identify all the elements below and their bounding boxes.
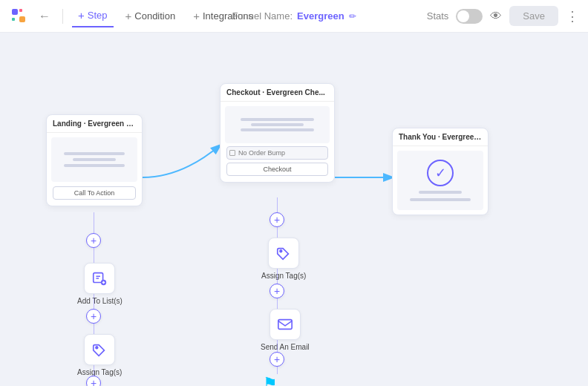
svg-rect-2 <box>12 18 15 21</box>
edit-funnel-name-icon[interactable]: ✏ <box>349 11 356 22</box>
checkout-line-2 <box>251 123 304 126</box>
landing-connector-line-3 <box>94 294 94 309</box>
landing-add-list-node[interactable]: Add To List(s) <box>77 263 122 305</box>
checkout-node-title: Checkout · Evergreen Che... <box>220 84 334 102</box>
checkout-assign-tag-label: Assign Tag(s) <box>261 272 306 280</box>
checkout-connector-line-1 <box>277 197 278 212</box>
landing-connector-line-1 <box>94 212 94 233</box>
preview-line-3 <box>64 164 124 167</box>
email-icon-box <box>270 309 301 340</box>
landing-plus-2[interactable]: + <box>86 309 101 324</box>
landing-assign-tag-label: Assign Tag(s) <box>77 368 122 376</box>
stats-toggle[interactable] <box>456 9 483 24</box>
checkout-assign-tag-node[interactable]: Assign Tag(s) <box>261 238 306 280</box>
checkout-line-3 <box>241 128 314 131</box>
landing-cta-button[interactable]: Call To Action <box>53 186 136 200</box>
funnel-name-value: Evergreen <box>297 10 344 22</box>
add-list-label: Add To List(s) <box>77 297 122 305</box>
checkout-connector-line-3 <box>277 269 278 284</box>
landing-plus-3[interactable]: + <box>86 376 101 386</box>
checkout-plus-3[interactable]: + <box>270 352 284 367</box>
checkout-node[interactable]: Checkout · Evergreen Che... No Order Bum… <box>220 83 335 183</box>
preview-button[interactable]: 👁 <box>490 10 502 23</box>
checkout-cta-button[interactable]: Checkout <box>226 163 328 176</box>
checkout-send-email-node[interactable]: Send An Email <box>261 309 310 351</box>
landing-plus-1[interactable]: + <box>86 233 101 248</box>
nav-divider <box>62 9 63 24</box>
app-logo <box>9 6 30 27</box>
toggle-knob <box>457 10 469 22</box>
thankyou-node[interactable]: Thank You · Evergreen Tha... ✓ <box>392 128 489 215</box>
add-list-icon-box <box>84 263 115 294</box>
checkout-exit-node[interactable]: ⚑ Exit <box>263 374 278 386</box>
step-label: Step <box>88 10 108 21</box>
condition-label: Condition <box>134 10 175 22</box>
step-plus-icon: + <box>78 9 85 22</box>
check-circle-icon: ✓ <box>427 160 454 186</box>
checkout-tag-icon-box <box>268 238 299 269</box>
checkout-plus-2[interactable]: + <box>270 284 284 298</box>
stats-label: Stats <box>427 10 449 22</box>
thankyou-line-2 <box>410 198 470 201</box>
bump-checkbox <box>229 150 235 156</box>
funnel-name-label: Funnel Name: <box>232 10 293 22</box>
condition-nav-button[interactable]: + Condition <box>120 5 182 27</box>
svg-rect-0 <box>12 9 18 15</box>
thankyou-preview: ✓ <box>397 151 483 210</box>
landing-connector-line-4 <box>94 324 94 334</box>
thankyou-line-1 <box>419 191 462 194</box>
preview-line-1 <box>64 152 124 155</box>
checkout-connector-line-6 <box>277 367 278 374</box>
checkout-connector-line-5 <box>277 340 278 352</box>
checkout-exit-icon: ⚑ <box>263 374 278 386</box>
svg-point-7 <box>280 250 282 252</box>
landing-preview <box>51 137 137 182</box>
back-button[interactable]: ← <box>36 7 53 26</box>
step-nav-button[interactable]: + Step <box>72 4 114 27</box>
bump-label: No Order Bump <box>238 149 285 157</box>
landing-node-title: Landing · Evergreen Lan... <box>47 115 142 133</box>
landing-connector-line-2 <box>94 248 94 263</box>
landing-node[interactable]: Landing · Evergreen Lan... Call To Actio… <box>46 114 143 206</box>
checkout-line-1 <box>241 118 314 121</box>
svg-rect-3 <box>19 16 25 22</box>
more-options-button[interactable]: ⋮ <box>566 8 579 24</box>
landing-connector-line-5 <box>94 365 94 376</box>
no-order-bump-button[interactable]: No Order Bump <box>226 146 328 160</box>
integrations-plus-icon: + <box>193 10 200 22</box>
thankyou-node-title: Thank You · Evergreen Tha... <box>393 128 488 146</box>
landing-tag-icon-box <box>84 334 115 365</box>
preview-line-2 <box>73 158 116 161</box>
svg-rect-1 <box>19 9 22 12</box>
landing-assign-tag-node[interactable]: Assign Tag(s) <box>77 334 122 376</box>
svg-point-6 <box>96 347 98 349</box>
funnel-name-area: Funnel Name: Evergreen ✏ <box>232 10 356 22</box>
save-button[interactable]: Save <box>509 6 558 26</box>
checkout-connector-line-2 <box>277 227 278 238</box>
send-email-label: Send An Email <box>261 343 310 351</box>
svg-rect-8 <box>278 320 292 330</box>
condition-plus-icon: + <box>125 10 132 22</box>
checkout-preview <box>225 106 330 143</box>
checkout-connector-line-4 <box>277 298 278 309</box>
top-nav: ← + Step + Condition + Integrations Funn… <box>0 0 588 33</box>
funnel-canvas: Landing · Evergreen Lan... Call To Actio… <box>0 33 588 386</box>
checkout-plus-1[interactable]: + <box>270 212 284 227</box>
